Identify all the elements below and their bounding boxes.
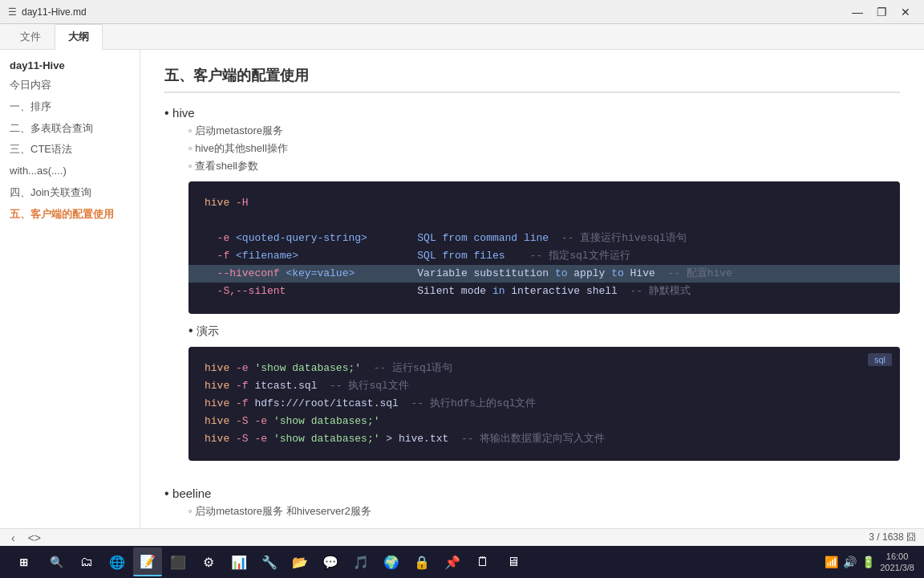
hive-sub-3: 查看shell参数 — [188, 159, 900, 173]
demo-line-4: hive -S -e 'show databases;' — [205, 413, 884, 430]
maximize-button[interactable]: ❐ — [871, 4, 892, 20]
taskbar-icon-app7[interactable]: 🔒 — [407, 547, 436, 576]
hive-sub-list: 启动metastore服务 hive的其他shell操作 查看shell参数 — [164, 124, 900, 173]
minimize-button[interactable]: — — [847, 4, 868, 20]
clock-time: 16:00 — [880, 551, 914, 562]
sql-badge: sql — [868, 353, 892, 366]
nav-code-button[interactable]: <> — [25, 531, 44, 544]
bottom-bar: ‹ <> 3 / 1638 囧 — [0, 528, 924, 546]
start-button[interactable]: ⊞ — [3, 547, 43, 576]
page-heading: 五、客户端的配置使用 — [164, 66, 900, 93]
bottom-nav: ‹ <> — [8, 531, 44, 544]
title-bar-title: day11-Hive.md — [22, 6, 847, 18]
tray-icon-volume[interactable]: 🔊 — [843, 556, 857, 568]
hive-sub-1: 启动metastore服务 — [188, 124, 900, 138]
taskbar-icon-app4[interactable]: 💬 — [316, 547, 345, 576]
title-bar-icon: ☰ — [8, 6, 17, 18]
taskbar-icons: 🗂 🌐 📝 ⬛ ⚙ 📊 🔧 📂 💬 🎵 🌍 🔒 📌 🗒 🖥 — [72, 547, 528, 576]
demo-bullet-list: 演示 — [188, 324, 900, 339]
beeline-sub-1: 启动metastore服务 和hiveserver2服务 — [188, 504, 900, 519]
taskbar-icon-app8[interactable]: 📌 — [438, 547, 467, 576]
taskbar-icon-app1[interactable]: 📊 — [225, 547, 253, 576]
taskbar-icon-terminal[interactable]: ⬛ — [164, 547, 192, 576]
bullet-beeline: beeline 启动metastore服务 和hiveserver2服务 — [164, 486, 900, 519]
demo-line-3: hive -f hdfs:///root/itcast.sql -- 执行hdf… — [205, 395, 884, 413]
code-line-1: hive -H — [205, 194, 884, 212]
code-line-f: -f <filename> SQL from files -- 指定sql文件运… — [205, 247, 884, 265]
sidebar-item-today[interactable]: 今日内容 — [0, 75, 140, 96]
sidebar-item-cte[interactable]: 三、CTE语法 — [0, 139, 140, 161]
tab-outline[interactable]: 大纲 — [55, 24, 103, 50]
taskbar-icon-app3[interactable]: 📂 — [286, 547, 314, 576]
code-block-demo: sql hive -e 'show databases;' -- 运行sql语句… — [188, 347, 900, 461]
hive-sub-2: hive的其他shell操作 — [188, 141, 900, 156]
taskbar-icon-app5[interactable]: 🎵 — [346, 547, 375, 576]
close-button[interactable]: ✕ — [895, 4, 916, 20]
sidebar-item-multi-join[interactable]: 二、多表联合查询 — [0, 118, 140, 140]
tray-icon-network[interactable]: 📶 — [825, 556, 838, 568]
taskbar-icon-app10[interactable]: 🖥 — [499, 547, 528, 576]
code-line-blank — [205, 212, 884, 230]
clock-date: 2021/3/8 — [880, 562, 914, 573]
sidebar-title: day11-Hive — [0, 56, 140, 75]
demo-line-1: hive -e 'show databases;' -- 运行sql语句 — [205, 360, 884, 377]
beeline-text: beeline — [172, 486, 211, 500]
taskbar-right: 📶 🔊 🔋 16:00 2021/3/8 — [825, 551, 921, 574]
nav-back-button[interactable]: ‹ — [8, 531, 18, 544]
tab-bar: 文件 大纲 — [0, 24, 924, 50]
sidebar-item-join[interactable]: 四、Join关联查询 — [0, 182, 140, 204]
taskbar: ⊞ 🔍 🗂 🌐 📝 ⬛ ⚙ 📊 🔧 📂 💬 🎵 🌍 🔒 📌 🗒 🖥 📶 🔊 🔋 … — [0, 546, 924, 578]
tray-icon-battery[interactable]: 🔋 — [861, 556, 875, 568]
demo-line-2: hive -f itcast.sql -- 执行sql文件 — [205, 377, 884, 395]
taskbar-icon-app9[interactable]: 🗒 — [468, 547, 497, 576]
taskbar-icon-editor[interactable]: 📝 — [133, 547, 162, 576]
code-line-e: -e <quoted-query-string> SQL from comman… — [205, 230, 884, 247]
main-bullet-list: hive 启动metastore服务 hive的其他shell操作 查看shel… — [164, 106, 900, 173]
taskbar-icon-settings[interactable]: ⚙ — [194, 547, 223, 576]
demo-line-5: hive -S -e 'show databases;' > hive.txt … — [205, 430, 884, 448]
bullet-hive: hive 启动metastore服务 hive的其他shell操作 查看shel… — [164, 106, 900, 173]
bullet-hive-text: hive — [172, 106, 195, 120]
title-bar-controls: — ❐ ✕ — [847, 4, 916, 20]
sidebar: day11-Hive 今日内容 一、排序 二、多表联合查询 三、CTE语法 wi… — [0, 50, 140, 528]
bullet-demo: 演示 — [188, 324, 900, 339]
sidebar-item-with-as[interactable]: with...as(....) — [0, 161, 140, 182]
search-button[interactable]: 🔍 — [45, 551, 67, 573]
beeline-sub-list: 启动metastore服务 和hiveserver2服务 — [164, 504, 900, 519]
title-bar: ☰ day11-Hive.md — ❐ ✕ — [0, 0, 924, 24]
sidebar-item-client[interactable]: 五、客户端的配置使用 — [0, 204, 140, 226]
clock[interactable]: 16:00 2021/3/8 — [880, 551, 914, 574]
taskbar-icon-browser[interactable]: 🌐 — [103, 547, 132, 576]
code-line-silent: -S,--silent Silent mode in interactive s… — [205, 283, 884, 300]
tab-file[interactable]: 文件 — [6, 24, 55, 49]
code-block-hive-h: hive -H -e <quoted-query-string> SQL fro… — [188, 181, 900, 314]
page-info: 3 / 1638 囧 — [869, 531, 916, 544]
content-area[interactable]: 五、客户端的配置使用 hive 启动metastore服务 hive的其他she… — [140, 50, 924, 528]
main-layout: day11-Hive 今日内容 一、排序 二、多表联合查询 三、CTE语法 wi… — [0, 50, 924, 528]
beeline-bullet-list: beeline 启动metastore服务 和hiveserver2服务 — [164, 486, 900, 519]
taskbar-icon-app2[interactable]: 🔧 — [255, 547, 284, 576]
code-line-hiveconf: --hiveconf <key=value> Variable substitu… — [188, 265, 900, 283]
taskbar-icon-app6[interactable]: 🌍 — [377, 547, 406, 576]
taskbar-icon-file-explorer[interactable]: 🗂 — [72, 547, 101, 576]
sidebar-item-sort[interactable]: 一、排序 — [0, 96, 140, 118]
demo-text: 演示 — [197, 324, 219, 337]
